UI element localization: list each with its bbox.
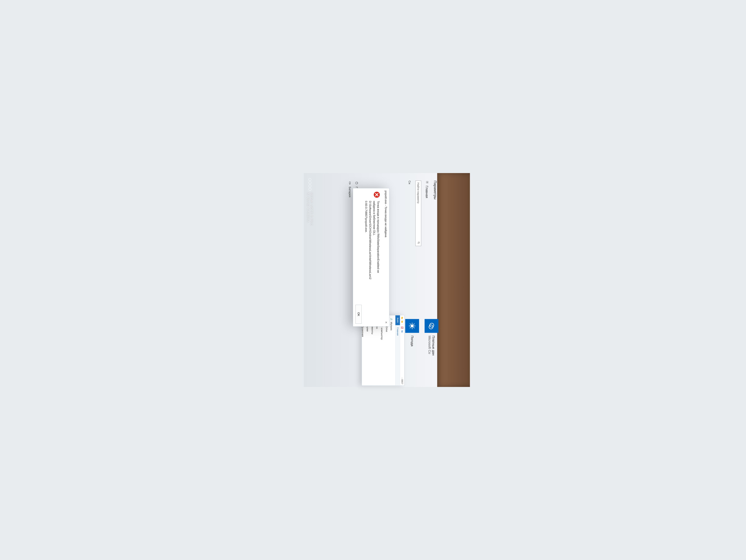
tile-subtitle: Microsoft Co xyxy=(428,336,432,356)
svg-point-7 xyxy=(410,324,414,327)
error-dialog: pnputil.exe - Точка входа не найдена Точ… xyxy=(353,188,390,327)
ok-button[interactable]: OK xyxy=(355,305,362,324)
ribbon-tab-main[interactable]: Главная xyxy=(395,325,400,338)
settings-home-label: Главная xyxy=(425,186,429,198)
tile-title: Платные дан xyxy=(432,336,435,356)
watermark-line1: REDMI NOTE 8 PRO xyxy=(310,193,313,226)
payment-tile-icon xyxy=(425,319,438,333)
camera-watermark: REDMI NOTE 8 PRO AI QUAD CAMERA xyxy=(306,178,314,226)
settings-menu-item-battery[interactable]: Батарея xyxy=(346,181,353,279)
settings-home-item[interactable]: Главная xyxy=(425,181,429,279)
close-button[interactable] xyxy=(384,319,388,326)
nav-item-music[interactable]: Музыка xyxy=(389,317,394,384)
watermark-line2: AI QUAD CAMERA xyxy=(306,193,310,226)
svg-point-9 xyxy=(391,318,391,319)
dialog-message: Точка входа в процедуру RtlIsStateSepara… xyxy=(364,201,380,279)
dialog-message-line: D:\Software\Driver\DCH\Online\WirelessLa… xyxy=(368,201,372,279)
nav-label: Музыка xyxy=(390,322,393,330)
gear-icon xyxy=(425,181,429,184)
dialog-title: pnputil.exe - Точка входа не найдена xyxy=(384,190,388,237)
settings-search-placeholder: Найти параметр xyxy=(417,183,420,204)
breadcrumb-current: 8807 xyxy=(401,379,403,384)
dialog-message-line: Точка входа в процедуру RtlIsStateSepara… xyxy=(376,201,380,279)
nav-item-documents[interactable]: Документы xyxy=(370,317,375,384)
settings-search-input[interactable]: Найти параметр xyxy=(415,181,421,246)
laptop-bezel xyxy=(437,173,470,387)
nav-item-video[interactable]: Видео xyxy=(375,317,379,384)
settings-title: Параметры xyxy=(433,181,437,279)
nav-item-images[interactable]: Изображения xyxy=(360,317,365,384)
start-tiles: Платные дан Microsoft Co Погода xyxy=(400,319,438,382)
svg-point-1 xyxy=(418,242,420,243)
svg-rect-3 xyxy=(349,182,350,184)
folder-icon xyxy=(401,320,403,323)
nav-item-onedrive[interactable]: OneDrive xyxy=(384,317,389,384)
nav-item-thispc[interactable]: Этот компьютер xyxy=(379,317,384,384)
tile-payment[interactable]: Платные дан Microsoft Co xyxy=(425,319,438,382)
explorer-ribbon: Файл Главная xyxy=(395,315,400,385)
chevron-right-icon: › xyxy=(401,378,403,379)
properties-icon xyxy=(401,326,403,329)
dialog-message-line: 0.60.0.7\8807\pnputil.exe. xyxy=(364,201,368,279)
explorer-qat: › 8807 xyxy=(400,315,404,385)
tile-weather[interactable]: Погода xyxy=(405,319,419,382)
folder-icon xyxy=(401,317,403,319)
menu-label: Батарея xyxy=(348,187,351,197)
battery-icon xyxy=(348,181,351,184)
explorer-breadcrumb[interactable]: › 8807 xyxy=(401,378,403,384)
search-icon xyxy=(417,241,420,244)
tile-title: Погода xyxy=(410,336,414,347)
watermark-logo-icon xyxy=(309,178,311,190)
ribbon-tab-file[interactable]: Файл xyxy=(395,315,400,325)
close-icon xyxy=(384,321,388,324)
new-folder-icon xyxy=(401,330,403,333)
nav-item-downloads[interactable]: Загрузки xyxy=(365,317,370,384)
error-icon xyxy=(373,191,380,198)
svg-rect-4 xyxy=(350,184,350,184)
dialog-message-line: найдена в библиотеке DLL xyxy=(372,201,376,279)
svg-point-0 xyxy=(427,182,428,183)
weather-tile-icon xyxy=(405,319,419,333)
svg-point-10 xyxy=(391,320,391,320)
power-icon xyxy=(355,181,358,184)
settings-truncated-item: Си xyxy=(408,181,411,279)
